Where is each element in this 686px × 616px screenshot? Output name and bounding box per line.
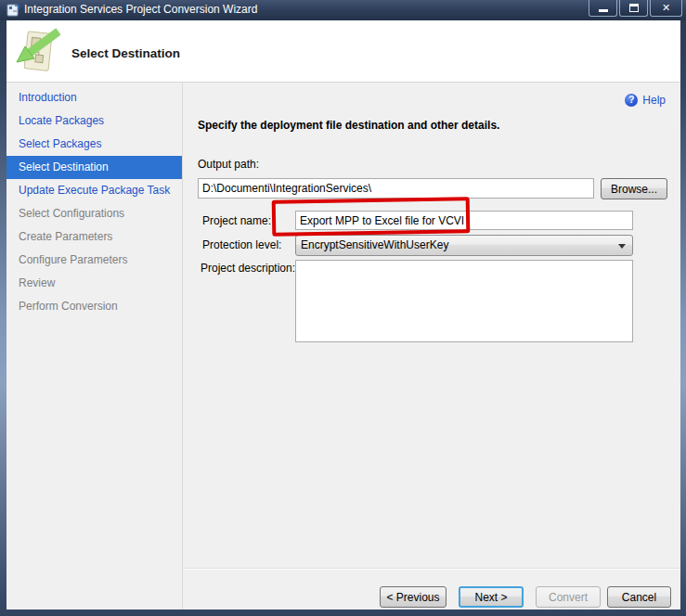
sidebar-item-introduction[interactable]: Introduction bbox=[6, 86, 182, 109]
convert-button: Convert bbox=[536, 586, 601, 608]
title-bar[interactable]: Integration Services Project Conversion … bbox=[0, 0, 686, 20]
maximize-icon bbox=[629, 4, 639, 12]
project-description-textarea[interactable] bbox=[295, 260, 633, 342]
output-path-label: Output path: bbox=[198, 158, 259, 171]
output-path-input[interactable] bbox=[198, 178, 594, 199]
sidebar-item-review: Review bbox=[6, 272, 182, 295]
sidebar-item-create-parameters: Create Parameters bbox=[6, 225, 182, 249]
sidebar-item-select-packages[interactable]: Select Packages bbox=[6, 133, 182, 156]
sidebar-item-perform-conversion: Perform Conversion bbox=[6, 295, 182, 318]
sidebar-item-locate-packages[interactable]: Locate Packages bbox=[6, 109, 182, 133]
previous-button[interactable]: < Previous bbox=[380, 586, 447, 608]
footer-separator bbox=[183, 568, 680, 570]
help-link[interactable]: ? Help bbox=[625, 94, 666, 107]
page-title: Select Destination bbox=[71, 46, 180, 60]
wizard-header: Select Destination bbox=[6, 20, 680, 83]
instruction-text: Specify the deployment file destination … bbox=[198, 119, 499, 132]
wizard-steps-sidebar: Introduction Locate Packages Select Pack… bbox=[6, 83, 183, 610]
protection-level-select[interactable]: EncryptSensitiveWithUserKey bbox=[295, 235, 633, 256]
sidebar-item-select-destination[interactable]: Select Destination bbox=[6, 156, 182, 179]
minimize-icon bbox=[599, 9, 608, 12]
browse-button[interactable]: Browse... bbox=[601, 178, 667, 199]
close-button[interactable]: ✕ bbox=[650, 0, 682, 17]
content-pane: ? Help Specify the deployment file desti… bbox=[183, 83, 680, 610]
sidebar-item-select-configurations: Select Configurations bbox=[6, 202, 182, 225]
next-button[interactable]: Next > bbox=[459, 586, 524, 608]
close-icon: ✕ bbox=[651, 0, 681, 16]
project-description-label: Project description: bbox=[201, 262, 295, 275]
sidebar-item-update-execute-package-task[interactable]: Update Execute Package Task bbox=[6, 179, 182, 202]
chevron-down-icon bbox=[618, 244, 626, 249]
window-title: Integration Services Project Conversion … bbox=[24, 0, 257, 20]
minimize-button[interactable] bbox=[589, 0, 617, 17]
sidebar-item-configure-parameters: Configure Parameters bbox=[6, 249, 182, 272]
protection-level-value: EncryptSensitiveWithUserKey bbox=[301, 238, 448, 251]
help-icon: ? bbox=[625, 94, 638, 107]
wizard-window: Integration Services Project Conversion … bbox=[0, 0, 686, 616]
help-label: Help bbox=[642, 94, 666, 107]
package-conversion-icon bbox=[14, 27, 60, 77]
window-controls: ✕ bbox=[589, 0, 682, 17]
project-name-label: Project name: bbox=[202, 214, 271, 227]
maximize-button[interactable] bbox=[619, 0, 648, 17]
app-icon bbox=[6, 4, 19, 17]
cancel-button[interactable]: Cancel bbox=[607, 586, 671, 608]
protection-level-label: Protection level: bbox=[202, 238, 281, 251]
project-name-input[interactable] bbox=[295, 211, 633, 230]
